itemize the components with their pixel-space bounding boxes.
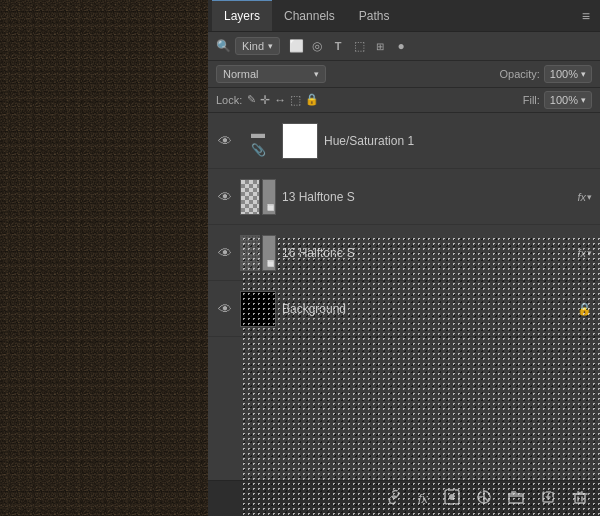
lock-position-icon[interactable]: ✛ bbox=[260, 93, 270, 107]
search-icon: 🔍 bbox=[216, 39, 231, 53]
adjustment-layer-icon: ▬ bbox=[251, 125, 265, 141]
fx-badge[interactable]: fx▾ bbox=[577, 191, 592, 203]
blend-chevron-icon: ▾ bbox=[314, 69, 319, 79]
visibility-icon[interactable]: 👁 bbox=[216, 301, 234, 317]
tab-channels[interactable]: Channels bbox=[272, 0, 347, 31]
visibility-icon[interactable]: 👁 bbox=[216, 189, 234, 205]
opacity-chevron-icon: ▾ bbox=[581, 69, 586, 79]
lock-pixels-icon[interactable]: ✎ bbox=[247, 93, 256, 107]
shape-filter-icon[interactable]: ⬚ bbox=[351, 39, 367, 53]
layer-13-halftone[interactable]: 👁 ⬜ 13 Halftone S fx▾ bbox=[208, 169, 600, 225]
pixel-filter-icon[interactable]: ⬜ bbox=[288, 39, 304, 53]
lock-all-icon[interactable]: 🔒 bbox=[305, 93, 319, 107]
lock-fill-row: Lock: ✎ ✛ ↔ ⬚ 🔒 Fill: 100% ▾ bbox=[208, 88, 600, 113]
blend-opacity-row: Normal ▾ Opacity: 100% ▾ bbox=[208, 61, 600, 88]
canvas-texture bbox=[0, 0, 208, 516]
layer-16-halftone[interactable]: 👁 ⬜ 16 Halftone S fx▾ bbox=[208, 225, 600, 281]
fill-group: Fill: 100% ▾ bbox=[523, 91, 592, 109]
canvas-area bbox=[0, 0, 208, 516]
layer-name: Hue/Saturation 1 bbox=[324, 134, 592, 148]
layer-mask-thumb: ⬜ bbox=[262, 235, 276, 271]
visibility-icon[interactable]: 👁 bbox=[216, 133, 234, 149]
lock-label: Lock: bbox=[216, 94, 242, 106]
color-filter-icon[interactable]: ● bbox=[393, 39, 409, 53]
tab-layers[interactable]: Layers bbox=[212, 0, 272, 31]
layer-thumbs: ⬜ bbox=[240, 179, 276, 215]
layer-content-thumb bbox=[240, 179, 260, 215]
smart-filter-icon[interactable]: ⊞ bbox=[372, 41, 388, 52]
clip-icon: 📎 bbox=[251, 143, 266, 157]
tab-bar: Layers Channels Paths ≡ bbox=[208, 0, 600, 32]
layer-thumbs: ⬜ bbox=[240, 235, 276, 271]
adjustment-filter-icon[interactable]: ◎ bbox=[309, 39, 325, 53]
type-filter-icon[interactable]: T bbox=[330, 40, 346, 52]
opacity-group: Opacity: 100% ▾ bbox=[500, 65, 593, 83]
kind-dropdown[interactable]: Kind ▾ bbox=[235, 37, 280, 55]
lock-icons: ✎ ✛ ↔ ⬚ 🔒 bbox=[247, 93, 319, 107]
layer-mask-thumb bbox=[282, 123, 318, 159]
chevron-icon: ▾ bbox=[268, 41, 273, 51]
fill-chevron-icon: ▾ bbox=[581, 95, 586, 105]
layers-list: 👁 ▬ 📎 Hue/Saturation 1 👁 ⬜ 13 Halftone S… bbox=[208, 113, 600, 480]
lock-layer-icon[interactable]: ⬚ bbox=[290, 93, 301, 107]
panel-menu-icon[interactable]: ≡ bbox=[576, 8, 596, 24]
filter-bar: 🔍 Kind ▾ ⬜ ◎ T ⬚ ⊞ ● bbox=[208, 32, 600, 61]
layer-hue-saturation[interactable]: 👁 ▬ 📎 Hue/Saturation 1 bbox=[208, 113, 600, 169]
adjustment-icons: ▬ 📎 bbox=[240, 125, 276, 157]
layer-content-thumb bbox=[240, 235, 260, 271]
tab-paths[interactable]: Paths bbox=[347, 0, 402, 31]
layer-mask-thumb: ⬜ bbox=[262, 179, 276, 215]
layers-panel: Layers Channels Paths ≡ 🔍 Kind ▾ ⬜ ◎ T ⬚… bbox=[208, 0, 600, 516]
opacity-input[interactable]: 100% ▾ bbox=[544, 65, 592, 83]
fill-input[interactable]: 100% ▾ bbox=[544, 91, 592, 109]
blend-mode-dropdown[interactable]: Normal ▾ bbox=[216, 65, 326, 83]
fill-label: Fill: bbox=[523, 94, 540, 106]
opacity-label: Opacity: bbox=[500, 68, 540, 80]
filter-icons: ⬜ ◎ T ⬚ ⊞ ● bbox=[288, 39, 409, 53]
visibility-icon[interactable]: 👁 bbox=[216, 245, 234, 261]
lock-artboards-icon[interactable]: ↔ bbox=[274, 93, 286, 107]
layer-name: 13 Halftone S bbox=[282, 190, 571, 204]
